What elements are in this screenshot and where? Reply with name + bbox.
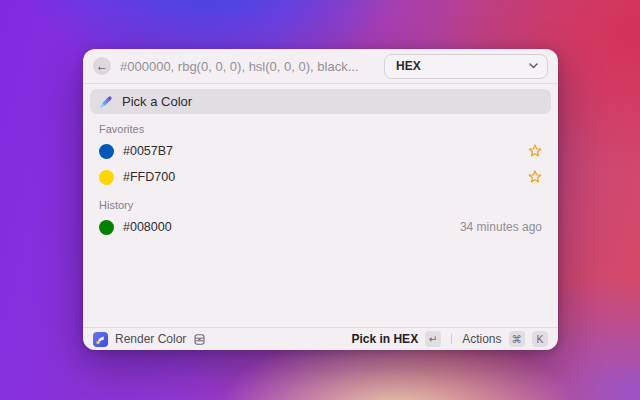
color-hex-label: #0057B7 [123, 144, 173, 158]
color-hex-label: #FFD700 [123, 170, 175, 184]
footer-divider [451, 334, 452, 344]
action-bar: Render Color Pick in HEX ↵ Actions ⌘ K [83, 327, 558, 350]
pick-a-color-label: Pick a Color [122, 94, 192, 109]
history-timestamp: 34 minutes ago [460, 220, 542, 234]
section-title-history: History [99, 199, 542, 213]
render-color-app-icon [93, 332, 108, 347]
results-list: Pick a Color Favorites #0057B7 #FFD700 [83, 84, 558, 327]
format-dropdown-value: HEX [396, 59, 523, 73]
color-swatch [99, 144, 114, 159]
color-hex-label: #008000 [123, 220, 172, 234]
color-swatch [99, 220, 114, 235]
favorite-row-0057b7[interactable]: #0057B7 [90, 138, 551, 164]
k-keycap[interactable]: K [532, 331, 548, 347]
eyedropper-icon [99, 95, 113, 109]
enter-keycap[interactable]: ↵ [425, 331, 441, 347]
favorite-star-icon [528, 170, 542, 184]
desktop-background: ← #000000, rbg(0, 0, 0), hsl(0, 0, 0), b… [0, 0, 640, 400]
format-dropdown[interactable]: HEX [384, 54, 548, 79]
command-name: Render Color [115, 332, 186, 346]
section-title-favorites: Favorites [99, 123, 542, 137]
chevron-down-icon [529, 63, 538, 69]
back-button[interactable]: ← [93, 57, 111, 75]
pick-a-color-row[interactable]: Pick a Color [90, 89, 551, 114]
search-header: ← #000000, rbg(0, 0, 0), hsl(0, 0, 0), b… [83, 49, 558, 84]
color-picker-window: ← #000000, rbg(0, 0, 0), hsl(0, 0, 0), b… [83, 49, 558, 350]
cmd-keycap[interactable]: ⌘ [509, 331, 526, 347]
search-input[interactable]: #000000, rbg(0, 0, 0), hsl(0, 0, 0), bla… [120, 59, 375, 74]
favorite-star-icon [528, 144, 542, 158]
actions-menu-label[interactable]: Actions [462, 332, 501, 346]
history-row-008000[interactable]: #008000 34 minutes ago [90, 214, 551, 240]
back-arrow-icon: ← [96, 60, 108, 72]
favorite-row-ffd700[interactable]: #FFD700 [90, 164, 551, 190]
primary-action-label[interactable]: Pick in HEX [351, 332, 418, 346]
color-swatch [99, 170, 114, 185]
printer-icon [193, 333, 206, 346]
